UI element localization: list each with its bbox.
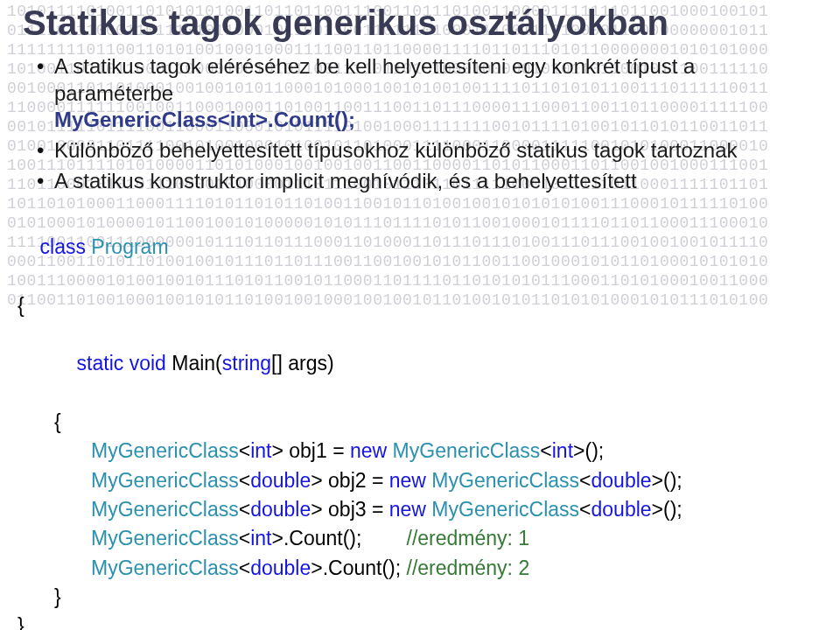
obj1-eq: obj1 = xyxy=(284,439,350,462)
lt-1b: < xyxy=(540,439,551,462)
mgc-1b: MyGenericClass xyxy=(393,439,541,462)
obj3-eq: obj3 = xyxy=(323,498,389,521)
brace-open-1: { xyxy=(18,291,822,320)
page-title: Statikus tagok generikus osztályokban xyxy=(23,0,817,48)
mgc-4: MyGenericClass xyxy=(91,527,239,550)
cls-program: Program xyxy=(91,235,168,258)
mgc-3b: MyGenericClass xyxy=(431,498,579,521)
kw-void: void xyxy=(130,352,166,374)
bullet-1: A statikus tagok eléréséhez be kell hely… xyxy=(37,53,817,134)
lt-2: < xyxy=(239,469,250,492)
kw-new-2: new xyxy=(389,469,426,492)
gt-1: > xyxy=(271,439,283,462)
mgc-1: MyGenericClass xyxy=(91,439,239,462)
gt-4: > xyxy=(271,527,283,550)
param-args: [] args xyxy=(271,352,327,374)
gt-2b: > xyxy=(652,469,663,492)
code-line-obj1: MyGenericClass<int> obj1 = new MyGeneric… xyxy=(18,437,822,466)
obj2-eq: obj2 = xyxy=(323,469,389,492)
method-main: Main xyxy=(172,352,215,374)
bullet-3: A statikus konstruktor implicit meghívód… xyxy=(37,168,817,195)
t-dbl-2: double xyxy=(250,469,311,492)
code-line-obj3: MyGenericClass<double> obj3 = new MyGene… xyxy=(18,495,822,524)
code-line-count2: MyGenericClass<double>.Count(); //eredmé… xyxy=(18,554,822,583)
t-dbl-5: double xyxy=(250,556,311,579)
lparen-1: ( xyxy=(215,352,222,374)
gt-1b: > xyxy=(573,439,584,462)
kw-new-3: new xyxy=(389,498,426,521)
lt-2b: < xyxy=(579,469,591,492)
slide-content: Statikus tagok generikus osztályokban A … xyxy=(0,0,840,195)
t-int-4: int xyxy=(250,527,271,550)
rparen-1: ) xyxy=(327,352,334,374)
t-dbl-3b: double xyxy=(592,498,652,521)
brace-close-2: } xyxy=(18,583,822,612)
gt-2: > xyxy=(311,469,322,492)
bullet-1-code: MyGenericClass<int>.Count(); xyxy=(54,108,355,131)
type-string: string xyxy=(222,352,271,374)
gap-1 xyxy=(361,527,406,550)
kw-new-1: new xyxy=(350,439,387,462)
code-line-count1: MyGenericClass<int>.Count(); //eredmény:… xyxy=(18,524,822,553)
end-1: (); xyxy=(584,439,604,462)
lt-4: < xyxy=(239,527,250,550)
code-block: class Program { static void Main(string[… xyxy=(0,199,840,630)
gt-3: > xyxy=(311,498,322,521)
kw-class: class xyxy=(40,235,86,258)
count-2: .Count(); xyxy=(323,556,401,579)
mgc-3: MyGenericClass xyxy=(91,498,239,521)
t-int-1: int xyxy=(250,439,271,462)
comment-2: //eredmény: 2 xyxy=(407,556,530,579)
t-int-1b: int xyxy=(552,439,573,462)
t-dbl-2b: double xyxy=(592,469,652,492)
lt-3b: < xyxy=(579,498,591,521)
end-3: (); xyxy=(663,498,682,521)
mgc-2: MyGenericClass xyxy=(91,469,239,492)
mgc-2b: MyGenericClass xyxy=(431,469,579,492)
gt-5: > xyxy=(311,556,322,579)
gt-3b: > xyxy=(652,498,663,521)
bullet-list: A statikus tagok eléréséhez be kell hely… xyxy=(23,53,817,195)
lt-3: < xyxy=(239,498,250,521)
bullet-2-text: Különböző behelyettesített típusokhoz kü… xyxy=(54,138,738,162)
lt-1: < xyxy=(239,439,250,462)
count-1: .Count(); xyxy=(284,527,361,550)
end-2: (); xyxy=(663,469,682,492)
kw-static: static xyxy=(77,352,124,374)
lt-5: < xyxy=(239,556,250,579)
brace-close-1: } xyxy=(18,612,822,630)
code-line-obj2: MyGenericClass<double> obj2 = new MyGene… xyxy=(18,466,822,495)
brace-open-2: { xyxy=(18,408,822,437)
bullet-3-text: A statikus konstruktor implicit meghívód… xyxy=(54,169,637,192)
bullet-1-text: A statikus tagok eléréséhez be kell hely… xyxy=(54,54,695,105)
t-dbl-3: double xyxy=(250,498,311,521)
mgc-5: MyGenericClass xyxy=(91,556,239,579)
comment-1: //eredmény: 1 xyxy=(407,527,530,550)
bullet-2: Különböző behelyettesített típusokhoz kü… xyxy=(37,137,817,164)
